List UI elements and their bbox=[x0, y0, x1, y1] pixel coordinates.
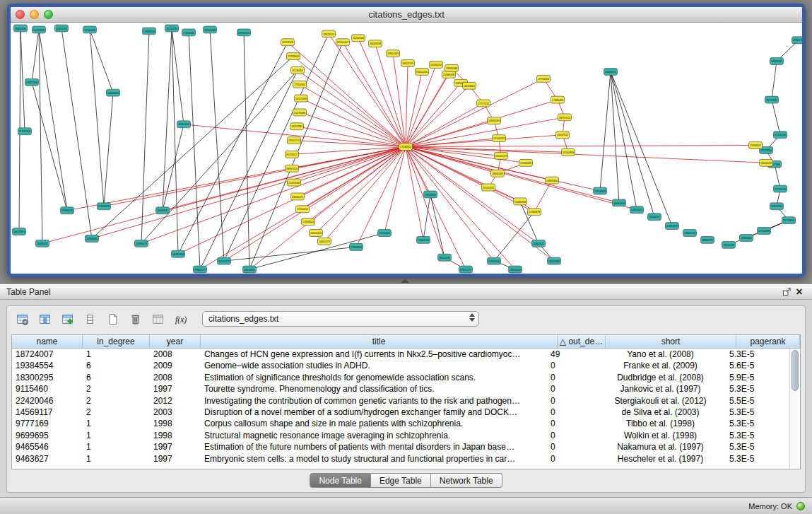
network-node[interactable]: 11431505 bbox=[55, 25, 69, 32]
network-node[interactable]: 21275086 bbox=[293, 109, 307, 116]
table-row[interactable]: 946362711997Embryonic stem cells: a mode… bbox=[12, 453, 789, 465]
network-node[interactable]: 15318031 bbox=[630, 206, 644, 214]
network-node[interactable]: 18955775 bbox=[701, 236, 714, 243]
network-node[interactable]: 11136261 bbox=[291, 66, 305, 74]
network-node[interactable]: 16055430 bbox=[14, 25, 28, 32]
column-visibility-icon[interactable] bbox=[35, 310, 54, 327]
network-node[interactable]: 10647894 bbox=[13, 228, 26, 235]
network-node[interactable]: 25661183 bbox=[177, 121, 191, 128]
function-builder-icon[interactable]: f(x) bbox=[171, 310, 189, 327]
network-node[interactable]: 15955555 bbox=[237, 29, 251, 36]
network-node[interactable]: 16642879 bbox=[666, 223, 679, 230]
network-node[interactable]: 17919929 bbox=[594, 187, 607, 194]
network-node[interactable]: 19862077 bbox=[194, 266, 207, 273]
column-header-short[interactable]: short bbox=[606, 335, 736, 348]
network-node[interactable]: 16462612 bbox=[532, 240, 546, 247]
network-node[interactable]: 10190900 bbox=[33, 26, 46, 33]
network-node[interactable]: 17777420 bbox=[477, 100, 490, 107]
network-node[interactable]: 17659344 bbox=[302, 218, 315, 226]
table-settings-icon[interactable] bbox=[13, 310, 31, 327]
table-row[interactable]: 1456911722003Disruption of a novel membe… bbox=[12, 407, 789, 418]
network-node[interactable]: 18850057 bbox=[36, 240, 49, 247]
network-node[interactable]: 17264542 bbox=[378, 230, 392, 237]
network-node[interactable]: 15489598 bbox=[514, 198, 527, 205]
table-row[interactable]: 969969511998Structural magnetic resonanc… bbox=[12, 430, 789, 441]
network-node[interactable]: 12160468 bbox=[519, 159, 533, 166]
network-node[interactable]: 13221200 bbox=[416, 68, 429, 75]
network-node[interactable]: 12163765 bbox=[770, 203, 784, 210]
network-node[interactable]: 16649059 bbox=[369, 40, 382, 47]
network-node[interactable]: 19565388 bbox=[445, 64, 459, 71]
column-header-in_degree[interactable]: in_degree bbox=[83, 335, 150, 348]
table-scrollbar[interactable] bbox=[789, 349, 800, 469]
network-node[interactable]: 17554300 bbox=[293, 81, 307, 88]
table-row[interactable]: 946554611997Estimation of the future num… bbox=[12, 441, 789, 452]
network-node[interactable]: 18301288 bbox=[204, 26, 217, 33]
close-panel-icon[interactable]: × bbox=[793, 286, 806, 298]
network-node[interactable]: 17664304 bbox=[350, 243, 363, 250]
scrollbar-thumb[interactable] bbox=[792, 350, 799, 391]
network-node[interactable]: 15586358 bbox=[442, 71, 456, 78]
column-header-title[interactable]: title bbox=[201, 335, 558, 348]
network-node[interactable]: 19154101 bbox=[482, 184, 495, 191]
network-node[interactable]: 17240912 bbox=[399, 144, 413, 151]
network-node[interactable]: 12223158 bbox=[281, 39, 295, 46]
table-row[interactable]: 977716911998Corpus callosum shape and si… bbox=[12, 418, 789, 429]
new-file-icon[interactable] bbox=[103, 310, 122, 327]
network-node[interactable]: 20357209 bbox=[25, 78, 39, 86]
network-node[interactable]: 18757516 bbox=[558, 114, 572, 121]
network-node[interactable]: 16644059 bbox=[760, 159, 773, 166]
network-node[interactable]: 11251186 bbox=[165, 25, 179, 32]
network-node[interactable]: 19534854 bbox=[424, 191, 437, 198]
network-node[interactable]: 16501477 bbox=[318, 238, 331, 245]
network-node[interactable]: 18274342 bbox=[765, 96, 779, 103]
table-row[interactable]: 1872400712008Changes of HCN gene express… bbox=[12, 349, 789, 360]
table-row[interactable]: 2242004622012Investigating the contribut… bbox=[12, 395, 789, 407]
network-node[interactable]: 19606473 bbox=[291, 193, 305, 200]
network-node[interactable]: 12652015 bbox=[107, 89, 120, 96]
network-canvas[interactable]: 1605543010190900114315051216046815488654… bbox=[11, 23, 802, 274]
network-node[interactable]: 18563474 bbox=[438, 254, 452, 261]
float-panel-icon[interactable] bbox=[780, 286, 793, 298]
table-row[interactable]: 911546021997Tourette syndrome. Phenomeno… bbox=[12, 383, 789, 395]
network-node[interactable]: 19565683 bbox=[86, 235, 99, 242]
network-node[interactable]: 14527696 bbox=[295, 95, 308, 102]
network-node[interactable]: 18301293 bbox=[792, 37, 803, 44]
network-node[interactable]: 18584536 bbox=[613, 199, 626, 206]
network-node[interactable]: 12872122 bbox=[459, 266, 473, 273]
network-node[interactable]: 16959466 bbox=[546, 177, 559, 184]
row-options-icon[interactable] bbox=[81, 310, 99, 327]
network-node[interactable]: 12160468 bbox=[83, 26, 97, 33]
network-node[interactable]: 17475536 bbox=[288, 179, 301, 186]
network-node[interactable]: 19861303 bbox=[387, 50, 400, 57]
network-node[interactable]: 18955493 bbox=[491, 170, 505, 177]
network-node[interactable]: 19164767 bbox=[648, 214, 661, 221]
network-node[interactable]: 15760498 bbox=[758, 228, 771, 235]
network-node[interactable]: 22228603 bbox=[287, 53, 300, 60]
network-node[interactable]: 10647322 bbox=[556, 132, 570, 139]
network-node[interactable]: 15313402 bbox=[310, 230, 323, 237]
network-node[interactable]: 19965718 bbox=[683, 230, 697, 237]
network-node[interactable]: 19734903 bbox=[537, 75, 551, 82]
network-node[interactable]: 18257894 bbox=[290, 123, 304, 130]
network-node[interactable]: 17210143 bbox=[774, 185, 787, 192]
network-node[interactable]: 18923513 bbox=[322, 30, 336, 37]
network-node[interactable]: 16418745 bbox=[774, 132, 787, 139]
table-row[interactable]: 1830029562008Estimation of significance … bbox=[12, 372, 789, 383]
delete-table-icon[interactable] bbox=[126, 310, 144, 327]
column-header-out_de[interactable]: △ out_de… bbox=[558, 335, 606, 348]
import-table-icon[interactable] bbox=[58, 310, 76, 327]
network-node[interactable]: 16648374 bbox=[604, 68, 618, 75]
network-node[interactable]: 17366879 bbox=[528, 209, 541, 216]
network-node[interactable]: 16845033 bbox=[488, 117, 501, 124]
network-node[interactable]: 11544909 bbox=[562, 148, 575, 156]
network-node[interactable]: 16380905 bbox=[172, 250, 185, 257]
network-node[interactable]: 19151714 bbox=[288, 137, 301, 144]
network-node[interactable]: 16774853 bbox=[782, 217, 796, 224]
network-node[interactable]: 19245450 bbox=[722, 241, 736, 248]
network-node[interactable]: 19924450 bbox=[509, 266, 522, 273]
network-node[interactable]: 11152760 bbox=[18, 128, 32, 135]
column-header-name[interactable]: name bbox=[12, 335, 83, 348]
network-node[interactable]: 19588526 bbox=[61, 207, 74, 214]
network-node[interactable]: 18254368 bbox=[548, 257, 561, 264]
